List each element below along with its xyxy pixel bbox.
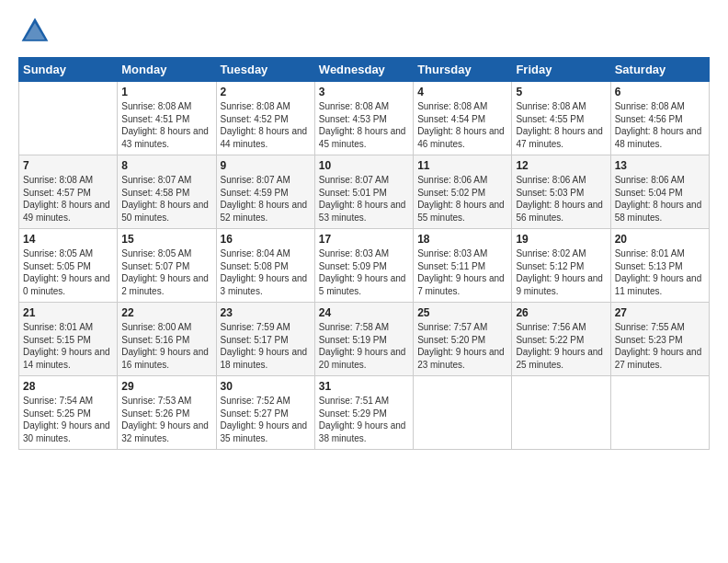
weekday-header: Sunday: [19, 58, 118, 82]
calendar-day-cell: 4Sunrise: 8:08 AMSunset: 4:54 PMDaylight…: [414, 82, 512, 155]
calendar-day-cell: 24Sunrise: 7:58 AMSunset: 5:19 PMDayligh…: [314, 303, 413, 376]
day-number: 21: [23, 306, 113, 319]
calendar-day-cell: 6Sunrise: 8:08 AMSunset: 4:56 PMDaylight…: [610, 82, 709, 155]
day-info: Sunrise: 7:57 AMSunset: 5:20 PMDaylight:…: [417, 321, 507, 371]
calendar-day-cell: 23Sunrise: 7:59 AMSunset: 5:17 PMDayligh…: [216, 303, 314, 376]
calendar-day-cell: 7Sunrise: 8:08 AMSunset: 4:57 PMDaylight…: [19, 155, 118, 229]
calendar-day-cell: 20Sunrise: 8:01 AMSunset: 5:13 PMDayligh…: [610, 229, 709, 303]
day-number: 10: [319, 159, 409, 172]
calendar-day-cell: 26Sunrise: 7:56 AMSunset: 5:22 PMDayligh…: [512, 303, 610, 376]
calendar-day-cell: 17Sunrise: 8:03 AMSunset: 5:09 PMDayligh…: [314, 229, 413, 303]
day-info: Sunrise: 7:54 AMSunset: 5:25 PMDaylight:…: [23, 395, 113, 444]
calendar-day-cell: 13Sunrise: 8:06 AMSunset: 5:04 PMDayligh…: [610, 155, 709, 229]
calendar-day-cell: 3Sunrise: 8:08 AMSunset: 4:53 PMDaylight…: [314, 82, 413, 155]
day-number: 17: [319, 233, 409, 246]
day-info: Sunrise: 8:05 AMSunset: 5:07 PMDaylight:…: [121, 247, 211, 297]
day-info: Sunrise: 8:08 AMSunset: 4:57 PMDaylight:…: [23, 174, 113, 224]
calendar-day-cell: 1Sunrise: 8:08 AMSunset: 4:51 PMDaylight…: [118, 82, 216, 155]
day-info: Sunrise: 7:51 AMSunset: 5:29 PMDaylight:…: [319, 395, 409, 444]
day-info: Sunrise: 8:03 AMSunset: 5:11 PMDaylight:…: [417, 247, 507, 297]
day-number: 24: [319, 306, 409, 319]
day-info: Sunrise: 8:03 AMSunset: 5:09 PMDaylight:…: [319, 247, 409, 297]
calendar-day-cell: 8Sunrise: 8:07 AMSunset: 4:58 PMDaylight…: [118, 155, 216, 229]
day-number: 8: [121, 159, 211, 172]
weekday-header: Thursday: [414, 58, 512, 82]
calendar-day-cell: 15Sunrise: 8:05 AMSunset: 5:07 PMDayligh…: [118, 229, 216, 303]
day-number: 27: [615, 306, 705, 319]
day-number: 11: [417, 159, 507, 172]
day-info: Sunrise: 8:08 AMSunset: 4:55 PMDaylight:…: [516, 100, 606, 150]
day-number: 9: [221, 159, 311, 172]
day-number: 19: [516, 233, 606, 246]
weekday-header: Monday: [118, 58, 216, 82]
calendar-day-cell: [610, 376, 709, 450]
day-number: 31: [319, 380, 409, 393]
calendar-day-cell: 18Sunrise: 8:03 AMSunset: 5:11 PMDayligh…: [414, 229, 512, 303]
day-info: Sunrise: 8:00 AMSunset: 5:16 PMDaylight:…: [121, 321, 211, 371]
calendar-day-cell: 11Sunrise: 8:06 AMSunset: 5:02 PMDayligh…: [414, 155, 512, 229]
day-info: Sunrise: 7:55 AMSunset: 5:23 PMDaylight:…: [615, 321, 705, 371]
calendar-day-cell: 28Sunrise: 7:54 AMSunset: 5:25 PMDayligh…: [19, 376, 118, 450]
day-number: 28: [23, 380, 113, 393]
day-info: Sunrise: 7:58 AMSunset: 5:19 PMDaylight:…: [319, 321, 409, 371]
calendar-week-row: 28Sunrise: 7:54 AMSunset: 5:25 PMDayligh…: [19, 376, 710, 450]
day-number: 4: [417, 86, 507, 98]
page-container: SundayMondayTuesdayWednesdayThursdayFrid…: [0, 0, 728, 459]
day-number: 6: [615, 86, 705, 98]
calendar-day-cell: 16Sunrise: 8:04 AMSunset: 5:08 PMDayligh…: [216, 229, 314, 303]
day-info: Sunrise: 8:07 AMSunset: 4:59 PMDaylight:…: [221, 174, 311, 224]
calendar-header-row: SundayMondayTuesdayWednesdayThursdayFrid…: [19, 58, 710, 82]
weekday-header: Friday: [512, 58, 610, 82]
calendar-day-cell: [512, 376, 610, 450]
day-info: Sunrise: 8:08 AMSunset: 4:53 PMDaylight:…: [319, 100, 409, 150]
day-number: 1: [121, 86, 211, 98]
calendar-week-row: 1Sunrise: 8:08 AMSunset: 4:51 PMDaylight…: [19, 82, 710, 155]
day-info: Sunrise: 8:02 AMSunset: 5:12 PMDaylight:…: [516, 247, 606, 297]
calendar-day-cell: 12Sunrise: 8:06 AMSunset: 5:03 PMDayligh…: [512, 155, 610, 229]
day-number: 5: [516, 86, 606, 98]
day-number: 18: [417, 233, 507, 246]
day-number: 15: [121, 233, 211, 246]
day-number: 3: [319, 86, 409, 98]
day-number: 14: [23, 233, 113, 246]
calendar-day-cell: 10Sunrise: 8:07 AMSunset: 5:01 PMDayligh…: [314, 155, 413, 229]
day-info: Sunrise: 7:59 AMSunset: 5:17 PMDaylight:…: [221, 321, 311, 371]
page-header: [18, 15, 710, 48]
day-info: Sunrise: 8:07 AMSunset: 5:01 PMDaylight:…: [319, 174, 409, 224]
day-info: Sunrise: 8:08 AMSunset: 4:54 PMDaylight:…: [417, 100, 507, 150]
day-info: Sunrise: 8:06 AMSunset: 5:04 PMDaylight:…: [615, 174, 705, 224]
day-info: Sunrise: 8:05 AMSunset: 5:05 PMDaylight:…: [23, 247, 113, 297]
calendar-day-cell: 14Sunrise: 8:05 AMSunset: 5:05 PMDayligh…: [19, 229, 118, 303]
day-number: 23: [221, 306, 311, 319]
calendar-day-cell: 25Sunrise: 7:57 AMSunset: 5:20 PMDayligh…: [414, 303, 512, 376]
calendar-week-row: 14Sunrise: 8:05 AMSunset: 5:05 PMDayligh…: [19, 229, 710, 303]
calendar-day-cell: 9Sunrise: 8:07 AMSunset: 4:59 PMDaylight…: [216, 155, 314, 229]
weekday-header: Tuesday: [216, 58, 314, 82]
day-info: Sunrise: 8:08 AMSunset: 4:52 PMDaylight:…: [221, 100, 311, 150]
calendar-day-cell: 22Sunrise: 8:00 AMSunset: 5:16 PMDayligh…: [118, 303, 216, 376]
logo-icon: [18, 15, 51, 48]
day-number: 22: [121, 306, 211, 319]
calendar-day-cell: 19Sunrise: 8:02 AMSunset: 5:12 PMDayligh…: [512, 229, 610, 303]
calendar-day-cell: 29Sunrise: 7:53 AMSunset: 5:26 PMDayligh…: [118, 376, 216, 450]
calendar-week-row: 7Sunrise: 8:08 AMSunset: 4:57 PMDaylight…: [19, 155, 710, 229]
calendar-day-cell: [414, 376, 512, 450]
day-number: 2: [221, 86, 311, 98]
calendar-table: SundayMondayTuesdayWednesdayThursdayFrid…: [18, 57, 710, 450]
day-info: Sunrise: 8:08 AMSunset: 4:56 PMDaylight:…: [615, 100, 705, 150]
day-info: Sunrise: 8:01 AMSunset: 5:15 PMDaylight:…: [23, 321, 113, 371]
calendar-day-cell: 2Sunrise: 8:08 AMSunset: 4:52 PMDaylight…: [216, 82, 314, 155]
day-number: 12: [516, 159, 606, 172]
logo: [18, 15, 57, 48]
calendar-day-cell: 5Sunrise: 8:08 AMSunset: 4:55 PMDaylight…: [512, 82, 610, 155]
day-number: 16: [221, 233, 311, 246]
day-number: 20: [615, 233, 705, 246]
day-info: Sunrise: 7:56 AMSunset: 5:22 PMDaylight:…: [516, 321, 606, 371]
weekday-header: Wednesday: [314, 58, 413, 82]
calendar-week-row: 21Sunrise: 8:01 AMSunset: 5:15 PMDayligh…: [19, 303, 710, 376]
calendar-day-cell: 21Sunrise: 8:01 AMSunset: 5:15 PMDayligh…: [19, 303, 118, 376]
day-info: Sunrise: 8:06 AMSunset: 5:02 PMDaylight:…: [417, 174, 507, 224]
day-info: Sunrise: 8:04 AMSunset: 5:08 PMDaylight:…: [221, 247, 311, 297]
day-number: 25: [417, 306, 507, 319]
day-number: 30: [221, 380, 311, 393]
